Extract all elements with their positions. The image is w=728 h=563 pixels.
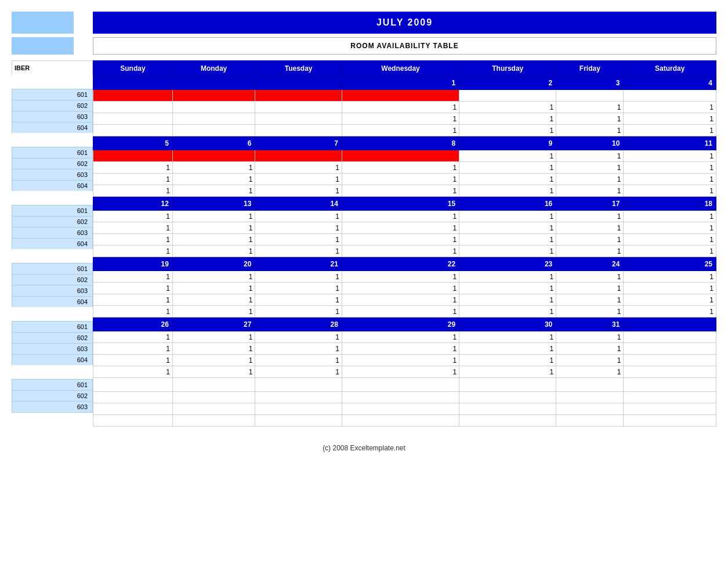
w3-room602: 1 1 1 1 1 1 1 (93, 222, 716, 234)
w1-604-tue (255, 125, 342, 136)
w1-604-fri: 1 (556, 125, 624, 136)
room-603-w1: 603 (12, 111, 93, 122)
page-wrapper: JULY 2009 ROOM AVAILABILITY TABLE IBER 6… (12, 12, 716, 452)
week5-dates: 26 27 28 29 30 31 (93, 317, 716, 331)
room-604-w4: 604 (12, 296, 93, 308)
w1-604-mon (172, 125, 255, 136)
w1-mon (172, 76, 255, 90)
room-601-extra: 601 (12, 379, 93, 391)
saturday-header: Saturday (624, 61, 716, 76)
w2-601-thu: 1 (459, 150, 556, 162)
w2-tue: 7 (255, 136, 342, 150)
w1-602-sun (93, 102, 173, 113)
w1-601-sat (624, 90, 716, 102)
w5-room602: 1 1 1 1 1 1 (93, 343, 716, 355)
w4-room602: 1 1 1 1 1 1 1 (93, 283, 716, 294)
w1-603-sat: 1 (624, 113, 716, 125)
w1-602-fri: 1 (556, 102, 624, 113)
w2-room603: 1 1 1 1 1 1 1 (93, 174, 716, 185)
extra-header-spacer (93, 378, 716, 392)
week1-header-spacer (12, 75, 93, 89)
room-col-header: IBER (12, 60, 93, 75)
w2-601-sun (93, 150, 173, 162)
room-603-w4: 603 (12, 285, 93, 297)
w2-sat: 11 (624, 136, 716, 150)
extra-room602 (93, 403, 716, 415)
w1-room604: 1 1 1 1 (93, 125, 716, 136)
week4-header-spacer (12, 249, 93, 263)
w2-mon: 6 (172, 136, 255, 150)
room-604-w5: 604 (12, 354, 93, 366)
w1-room601 (93, 90, 716, 102)
footer-text: (c) 2008 Exceltemplate.net (323, 444, 405, 452)
w2-601-fri: 1 (556, 150, 624, 162)
week1-dates: 1 2 3 4 (93, 76, 716, 90)
room-601-w5: 601 (12, 321, 93, 333)
room-603-w3: 603 (12, 227, 93, 239)
subtitle-text: ROOM AVAILABILITY TABLE (350, 42, 458, 50)
w1-601-thu (459, 90, 556, 102)
footer: (c) 2008 Exceltemplate.net (12, 444, 716, 452)
w1-601-tue (255, 90, 342, 102)
room-601-w1: 601 (12, 89, 93, 100)
w2-601-tue (255, 150, 342, 162)
left-subtitle-placeholder (12, 37, 93, 55)
w5-room603: 1 1 1 1 1 1 (93, 355, 716, 366)
w2-601-mon (172, 150, 255, 162)
w1-603-mon (172, 113, 255, 125)
w2-wed: 8 (342, 136, 459, 150)
w1-602-tue (255, 102, 342, 113)
w1-thu: 2 (459, 76, 556, 90)
room-602-extra: 602 (12, 390, 93, 402)
w1-603-fri: 1 (556, 113, 624, 125)
room-601-w2: 601 (12, 147, 93, 158)
w2-sun: 5 (93, 136, 173, 150)
w1-603-thu: 1 (459, 113, 556, 125)
w1-wed: 1 (342, 76, 459, 90)
w1-604-sun (93, 125, 173, 136)
room-604-w2: 604 (12, 180, 93, 192)
extra-spacer (12, 365, 93, 379)
week2-header-spacer (12, 133, 93, 147)
w5-room601: 1 1 1 1 1 1 (93, 331, 716, 343)
w1-fri: 3 (556, 76, 624, 90)
room-601-w4: 601 (12, 263, 93, 275)
room-604-w1: 604 (12, 122, 93, 133)
w1-602-wed: 1 (342, 102, 459, 113)
w1-601-fri (556, 90, 624, 102)
day-header-row: Sunday Monday Tuesday Wednesday Thursday… (93, 61, 716, 76)
w1-sat: 4 (624, 76, 716, 90)
subtitle-box: ROOM AVAILABILITY TABLE (93, 37, 716, 55)
room-602-w3: 602 (12, 216, 93, 228)
w2-thu: 9 (459, 136, 556, 150)
room-602-w2: 602 (12, 158, 93, 169)
week2-dates: 5 6 7 8 9 10 11 (93, 136, 716, 150)
title-box: JULY 2009 (93, 12, 716, 34)
w1-601-wed (342, 90, 459, 102)
w2-601-sat: 1 (624, 150, 716, 162)
w4-room601: 1 1 1 1 1 1 1 (93, 271, 716, 283)
w1-603-tue (255, 113, 342, 125)
week4-dates: 19 20 21 22 23 24 25 (93, 257, 716, 271)
extra-room601 (93, 392, 716, 403)
w1-604-wed: 1 (342, 125, 459, 136)
friday-header: Friday (556, 61, 624, 76)
w3-room601: 1 1 1 1 1 1 1 (93, 211, 716, 222)
w1-601-sun (93, 90, 173, 102)
w5-room604: 1 1 1 1 1 1 (93, 366, 716, 378)
w1-603-sun (93, 113, 173, 125)
room-602-w1: 602 (12, 100, 93, 111)
room-604-w3: 604 (12, 238, 93, 250)
w1-room603: 1 1 1 1 (93, 113, 716, 125)
w4-room603: 1 1 1 1 1 1 1 (93, 294, 716, 306)
w2-room604: 1 1 1 1 1 1 1 (93, 185, 716, 197)
wednesday-header: Wednesday (342, 61, 459, 76)
w3-room604: 1 1 1 1 1 1 1 (93, 246, 716, 257)
w1-602-mon (172, 102, 255, 113)
tuesday-header: Tuesday (255, 61, 342, 76)
w2-room601: 1 1 1 (93, 150, 716, 162)
week3-dates: 12 13 14 15 16 17 18 (93, 197, 716, 211)
room-603-extra: 603 (12, 401, 93, 413)
w2-room602: 1 1 1 1 1 1 1 (93, 162, 716, 174)
w1-602-thu: 1 (459, 102, 556, 113)
